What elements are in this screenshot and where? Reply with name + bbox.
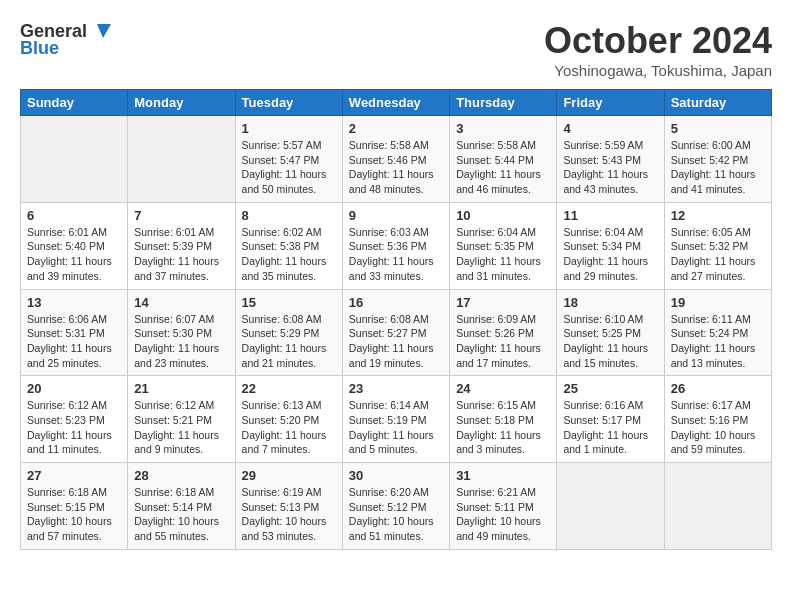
day-number: 8 (242, 208, 336, 223)
column-header-saturday: Saturday (664, 90, 771, 116)
calendar-cell: 6Sunrise: 6:01 AM Sunset: 5:40 PM Daylig… (21, 202, 128, 289)
day-number: 13 (27, 295, 121, 310)
day-info: Sunrise: 6:06 AM Sunset: 5:31 PM Dayligh… (27, 312, 121, 371)
column-header-monday: Monday (128, 90, 235, 116)
day-number: 14 (134, 295, 228, 310)
day-info: Sunrise: 6:01 AM Sunset: 5:39 PM Dayligh… (134, 225, 228, 284)
day-info: Sunrise: 6:21 AM Sunset: 5:11 PM Dayligh… (456, 485, 550, 544)
day-info: Sunrise: 6:18 AM Sunset: 5:14 PM Dayligh… (134, 485, 228, 544)
day-number: 16 (349, 295, 443, 310)
calendar-cell: 29Sunrise: 6:19 AM Sunset: 5:13 PM Dayli… (235, 463, 342, 550)
calendar-week-row: 13Sunrise: 6:06 AM Sunset: 5:31 PM Dayli… (21, 289, 772, 376)
day-info: Sunrise: 6:13 AM Sunset: 5:20 PM Dayligh… (242, 398, 336, 457)
day-info: Sunrise: 6:00 AM Sunset: 5:42 PM Dayligh… (671, 138, 765, 197)
calendar-cell: 15Sunrise: 6:08 AM Sunset: 5:29 PM Dayli… (235, 289, 342, 376)
day-number: 25 (563, 381, 657, 396)
day-number: 31 (456, 468, 550, 483)
day-info: Sunrise: 5:59 AM Sunset: 5:43 PM Dayligh… (563, 138, 657, 197)
svg-marker-0 (97, 24, 111, 38)
column-header-thursday: Thursday (450, 90, 557, 116)
column-header-wednesday: Wednesday (342, 90, 449, 116)
day-number: 12 (671, 208, 765, 223)
day-info: Sunrise: 6:11 AM Sunset: 5:24 PM Dayligh… (671, 312, 765, 371)
calendar-cell: 18Sunrise: 6:10 AM Sunset: 5:25 PM Dayli… (557, 289, 664, 376)
day-number: 21 (134, 381, 228, 396)
calendar-cell: 31Sunrise: 6:21 AM Sunset: 5:11 PM Dayli… (450, 463, 557, 550)
calendar-cell: 20Sunrise: 6:12 AM Sunset: 5:23 PM Dayli… (21, 376, 128, 463)
day-number: 17 (456, 295, 550, 310)
day-info: Sunrise: 5:57 AM Sunset: 5:47 PM Dayligh… (242, 138, 336, 197)
calendar-cell: 7Sunrise: 6:01 AM Sunset: 5:39 PM Daylig… (128, 202, 235, 289)
calendar-week-row: 6Sunrise: 6:01 AM Sunset: 5:40 PM Daylig… (21, 202, 772, 289)
logo-blue-text: Blue (20, 38, 59, 59)
calendar-cell: 2Sunrise: 5:58 AM Sunset: 5:46 PM Daylig… (342, 116, 449, 203)
calendar-cell: 28Sunrise: 6:18 AM Sunset: 5:14 PM Dayli… (128, 463, 235, 550)
calendar-cell: 3Sunrise: 5:58 AM Sunset: 5:44 PM Daylig… (450, 116, 557, 203)
calendar-cell: 1Sunrise: 5:57 AM Sunset: 5:47 PM Daylig… (235, 116, 342, 203)
day-info: Sunrise: 6:16 AM Sunset: 5:17 PM Dayligh… (563, 398, 657, 457)
day-info: Sunrise: 6:15 AM Sunset: 5:18 PM Dayligh… (456, 398, 550, 457)
calendar-cell: 30Sunrise: 6:20 AM Sunset: 5:12 PM Dayli… (342, 463, 449, 550)
calendar-cell: 22Sunrise: 6:13 AM Sunset: 5:20 PM Dayli… (235, 376, 342, 463)
day-info: Sunrise: 5:58 AM Sunset: 5:44 PM Dayligh… (456, 138, 550, 197)
day-info: Sunrise: 6:14 AM Sunset: 5:19 PM Dayligh… (349, 398, 443, 457)
day-info: Sunrise: 6:18 AM Sunset: 5:15 PM Dayligh… (27, 485, 121, 544)
column-header-sunday: Sunday (21, 90, 128, 116)
calendar-cell (557, 463, 664, 550)
calendar-week-row: 20Sunrise: 6:12 AM Sunset: 5:23 PM Dayli… (21, 376, 772, 463)
logo: General Blue (20, 20, 111, 59)
calendar-cell: 24Sunrise: 6:15 AM Sunset: 5:18 PM Dayli… (450, 376, 557, 463)
day-info: Sunrise: 6:03 AM Sunset: 5:36 PM Dayligh… (349, 225, 443, 284)
day-number: 4 (563, 121, 657, 136)
day-info: Sunrise: 6:04 AM Sunset: 5:34 PM Dayligh… (563, 225, 657, 284)
day-info: Sunrise: 6:08 AM Sunset: 5:27 PM Dayligh… (349, 312, 443, 371)
day-number: 23 (349, 381, 443, 396)
calendar-cell: 26Sunrise: 6:17 AM Sunset: 5:16 PM Dayli… (664, 376, 771, 463)
day-info: Sunrise: 6:10 AM Sunset: 5:25 PM Dayligh… (563, 312, 657, 371)
calendar-cell: 23Sunrise: 6:14 AM Sunset: 5:19 PM Dayli… (342, 376, 449, 463)
day-number: 19 (671, 295, 765, 310)
day-info: Sunrise: 6:07 AM Sunset: 5:30 PM Dayligh… (134, 312, 228, 371)
day-info: Sunrise: 6:19 AM Sunset: 5:13 PM Dayligh… (242, 485, 336, 544)
calendar-cell: 8Sunrise: 6:02 AM Sunset: 5:38 PM Daylig… (235, 202, 342, 289)
day-info: Sunrise: 5:58 AM Sunset: 5:46 PM Dayligh… (349, 138, 443, 197)
day-number: 3 (456, 121, 550, 136)
day-info: Sunrise: 6:05 AM Sunset: 5:32 PM Dayligh… (671, 225, 765, 284)
day-info: Sunrise: 6:12 AM Sunset: 5:23 PM Dayligh… (27, 398, 121, 457)
day-number: 5 (671, 121, 765, 136)
calendar-cell (664, 463, 771, 550)
calendar-cell: 11Sunrise: 6:04 AM Sunset: 5:34 PM Dayli… (557, 202, 664, 289)
calendar-cell: 19Sunrise: 6:11 AM Sunset: 5:24 PM Dayli… (664, 289, 771, 376)
day-number: 28 (134, 468, 228, 483)
day-number: 20 (27, 381, 121, 396)
day-info: Sunrise: 6:08 AM Sunset: 5:29 PM Dayligh… (242, 312, 336, 371)
day-info: Sunrise: 6:09 AM Sunset: 5:26 PM Dayligh… (456, 312, 550, 371)
calendar-cell: 21Sunrise: 6:12 AM Sunset: 5:21 PM Dayli… (128, 376, 235, 463)
calendar-cell: 25Sunrise: 6:16 AM Sunset: 5:17 PM Dayli… (557, 376, 664, 463)
calendar-week-row: 27Sunrise: 6:18 AM Sunset: 5:15 PM Dayli… (21, 463, 772, 550)
day-number: 22 (242, 381, 336, 396)
column-header-friday: Friday (557, 90, 664, 116)
column-header-tuesday: Tuesday (235, 90, 342, 116)
page-header: General Blue October 2024 Yoshinogawa, T… (20, 20, 772, 79)
calendar-cell (128, 116, 235, 203)
title-block: October 2024 Yoshinogawa, Tokushima, Jap… (544, 20, 772, 79)
calendar-header-row: SundayMondayTuesdayWednesdayThursdayFrid… (21, 90, 772, 116)
day-info: Sunrise: 6:01 AM Sunset: 5:40 PM Dayligh… (27, 225, 121, 284)
calendar-cell: 13Sunrise: 6:06 AM Sunset: 5:31 PM Dayli… (21, 289, 128, 376)
location: Yoshinogawa, Tokushima, Japan (544, 62, 772, 79)
day-number: 18 (563, 295, 657, 310)
day-info: Sunrise: 6:17 AM Sunset: 5:16 PM Dayligh… (671, 398, 765, 457)
calendar-cell: 4Sunrise: 5:59 AM Sunset: 5:43 PM Daylig… (557, 116, 664, 203)
day-number: 30 (349, 468, 443, 483)
day-number: 1 (242, 121, 336, 136)
day-number: 10 (456, 208, 550, 223)
day-number: 27 (27, 468, 121, 483)
calendar-cell: 16Sunrise: 6:08 AM Sunset: 5:27 PM Dayli… (342, 289, 449, 376)
calendar-cell: 12Sunrise: 6:05 AM Sunset: 5:32 PM Dayli… (664, 202, 771, 289)
calendar-cell: 17Sunrise: 6:09 AM Sunset: 5:26 PM Dayli… (450, 289, 557, 376)
calendar-cell: 9Sunrise: 6:03 AM Sunset: 5:36 PM Daylig… (342, 202, 449, 289)
day-number: 11 (563, 208, 657, 223)
day-info: Sunrise: 6:20 AM Sunset: 5:12 PM Dayligh… (349, 485, 443, 544)
calendar-cell (21, 116, 128, 203)
